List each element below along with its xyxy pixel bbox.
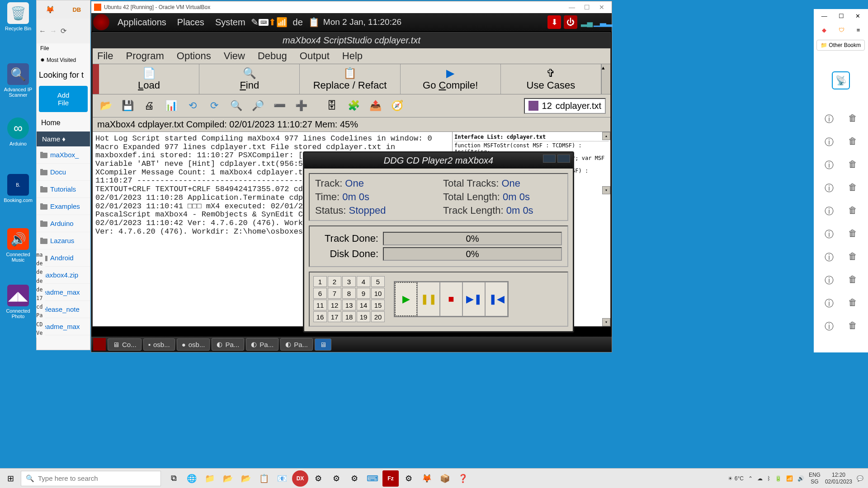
track-button-3[interactable]: 3 bbox=[342, 276, 356, 287]
panel-system[interactable]: System bbox=[210, 17, 251, 28]
toolbar-find-button[interactable]: 🔍Find bbox=[199, 64, 300, 94]
trash-icon[interactable]: 🗑 bbox=[848, 320, 857, 333]
cdplayer-min[interactable] bbox=[543, 155, 556, 163]
menu-debug[interactable]: Debug bbox=[258, 50, 287, 62]
track-button-12[interactable]: 12 bbox=[328, 300, 341, 310]
folder-item[interactable]: Examples bbox=[37, 198, 90, 215]
toolbar-red-arrow[interactable] bbox=[93, 64, 99, 94]
track-button-1[interactable]: 1 bbox=[313, 276, 327, 287]
desktop-icon-arduino[interactable]: ∞Arduino bbox=[2, 117, 34, 146]
vbox-close-button[interactable]: ✕ bbox=[599, 4, 604, 11]
refresh1-icon[interactable]: ⟲ bbox=[184, 97, 201, 114]
info-icon[interactable]: ⓘ bbox=[825, 251, 834, 263]
iface-scroll-up[interactable]: ▴ bbox=[602, 132, 610, 140]
info-icon[interactable]: ⓘ bbox=[825, 159, 834, 171]
search-icon[interactable]: 🔍 bbox=[227, 97, 245, 114]
gear4-icon[interactable]: ⚙ bbox=[401, 470, 417, 487]
info-icon[interactable]: ⓘ bbox=[825, 320, 834, 333]
track-button-17[interactable]: 17 bbox=[328, 311, 341, 322]
folder-item[interactable]: maXbox_ bbox=[37, 146, 90, 164]
iface-scroll-down[interactable]: ▾ bbox=[602, 186, 610, 194]
nav-back-icon[interactable]: ← bbox=[39, 27, 46, 35]
rs-min-icon[interactable]: — bbox=[821, 13, 827, 19]
tray-onedrive-icon[interactable]: ☁ bbox=[757, 475, 763, 482]
menu-file[interactable]: File bbox=[97, 50, 113, 62]
start-button[interactable]: ⊞ bbox=[0, 469, 21, 488]
firefox-icon[interactable]: 🦊 bbox=[46, 5, 55, 14]
info-icon[interactable]: ⓘ bbox=[825, 113, 834, 125]
taskbar-item-3[interactable]: ◐ Pa... bbox=[212, 338, 244, 351]
info-icon[interactable]: ⓘ bbox=[825, 205, 834, 217]
track-button-10[interactable]: 10 bbox=[371, 288, 385, 299]
pause-button[interactable]: ❚❚ bbox=[417, 282, 440, 316]
explorer-icon[interactable]: 📁 bbox=[202, 470, 218, 487]
firefox-taskbar-icon[interactable]: 🦊 bbox=[419, 470, 435, 487]
zoom-in-icon[interactable]: ➕ bbox=[292, 97, 310, 114]
tray-lang[interactable]: ENGSG bbox=[809, 472, 821, 485]
panel-network-icon[interactable]: 📶 bbox=[276, 17, 288, 28]
menu-view[interactable]: View bbox=[224, 50, 245, 62]
vbox-minimize-button[interactable]: — bbox=[569, 4, 575, 11]
folder-item[interactable]: Tutorials bbox=[37, 181, 90, 198]
play-button[interactable]: ▶ bbox=[395, 282, 417, 316]
panel-clipboard-icon[interactable]: 📋 bbox=[308, 17, 320, 28]
shield-icon[interactable]: 🛡 bbox=[839, 27, 844, 33]
vscode-icon[interactable]: ⌨ bbox=[364, 470, 381, 487]
gear1-icon[interactable]: ⚙ bbox=[310, 470, 326, 487]
chart-icon[interactable]: 📊 bbox=[162, 97, 179, 114]
trash-icon[interactable]: 🗑 bbox=[848, 274, 857, 286]
panel-graph-icon[interactable]: ▁▃▂ bbox=[596, 15, 610, 29]
panel-power-icon[interactable]: ⏻ bbox=[564, 15, 577, 29]
trash-icon[interactable]: 🗑 bbox=[848, 182, 857, 194]
ubuntu-menu-icon[interactable] bbox=[93, 14, 109, 30]
other-bookmarks[interactable]: 📁 Other Bookm bbox=[816, 40, 865, 51]
toolbar-compile-button[interactable]: ▶Go Compile! bbox=[401, 64, 501, 94]
vbox-maximize-button[interactable]: ☐ bbox=[584, 4, 590, 11]
tray-notifications-icon[interactable]: 💬 bbox=[857, 475, 863, 482]
tray-chevron-icon[interactable]: ⌃ bbox=[748, 475, 753, 482]
panel-sysmon-icon[interactable]: ▂▄ bbox=[580, 15, 594, 29]
toolbar-scrollbar[interactable]: ▴ bbox=[601, 64, 610, 94]
trash-icon[interactable]: 🗑 bbox=[848, 159, 857, 171]
taskbar-search[interactable]: 🔍 Type here to search bbox=[21, 471, 161, 486]
desktop-icon-connphoto[interactable]: ◢◣Connected Photo bbox=[2, 285, 34, 319]
gear2-icon[interactable]: ⚙ bbox=[328, 470, 344, 487]
prev-button[interactable]: ❚◀ bbox=[485, 282, 508, 316]
search-next-icon[interactable]: 🔎 bbox=[249, 97, 266, 114]
dx-icon[interactable]: DX bbox=[292, 470, 308, 487]
panel-places[interactable]: Places bbox=[172, 17, 210, 28]
cdplayer-titlebar[interactable]: DDG CD Player2 maXbox4 bbox=[304, 153, 573, 169]
panel-download-icon[interactable]: ⬇ bbox=[547, 15, 561, 29]
taskbar-item-4[interactable]: ◐ Pa... bbox=[246, 338, 278, 351]
rss-icon[interactable]: 📡 bbox=[832, 71, 850, 89]
desktop-icon-recycle[interactable]: 🗑️Recycle Bin bbox=[2, 2, 34, 31]
folder2-icon[interactable]: 📂 bbox=[220, 470, 236, 487]
track-button-4[interactable]: 4 bbox=[357, 276, 370, 287]
track-button-20[interactable]: 20 bbox=[371, 311, 385, 322]
ubuntu-show-desktop[interactable] bbox=[93, 338, 106, 351]
track-button-16[interactable]: 16 bbox=[313, 311, 327, 322]
stop-button[interactable]: ■ bbox=[440, 282, 462, 316]
trash-icon[interactable]: 🗑 bbox=[848, 228, 857, 240]
info-icon[interactable]: ⓘ bbox=[825, 182, 834, 194]
panel-pencil-icon[interactable]: ✎ bbox=[251, 17, 259, 28]
menu-program[interactable]: Program bbox=[126, 50, 164, 62]
folder-item[interactable]: Arduino bbox=[37, 215, 90, 232]
tray-bt-icon[interactable]: ᛒ bbox=[767, 475, 770, 482]
info-icon[interactable]: ⓘ bbox=[825, 274, 834, 286]
clipboard-icon[interactable]: 📋 bbox=[256, 470, 272, 487]
track-button-19[interactable]: 19 bbox=[357, 311, 370, 322]
component-icon[interactable]: 🧩 bbox=[345, 97, 362, 114]
track-button-11[interactable]: 11 bbox=[313, 300, 327, 310]
menu-icon[interactable]: ≡ bbox=[857, 27, 860, 33]
folder-item[interactable]: Docu bbox=[37, 164, 90, 181]
add-file-button[interactable]: Add File bbox=[39, 86, 88, 112]
panel-lang[interactable]: de bbox=[288, 17, 308, 28]
track-button-2[interactable]: 2 bbox=[328, 276, 341, 287]
taskbar-item-0[interactable]: 🖥 Co... bbox=[108, 338, 142, 351]
folder3-icon[interactable]: 📂 bbox=[238, 470, 254, 487]
taskbar-item-1[interactable]: ▪ osb... bbox=[143, 338, 175, 351]
vbox-titlebar[interactable]: Ubuntu 42 [Running] - Oracle VM VirtualB… bbox=[91, 1, 612, 13]
tray-clock[interactable]: 12:2002/01/2023 bbox=[825, 472, 852, 485]
trash-icon[interactable]: 🗑 bbox=[848, 297, 857, 310]
